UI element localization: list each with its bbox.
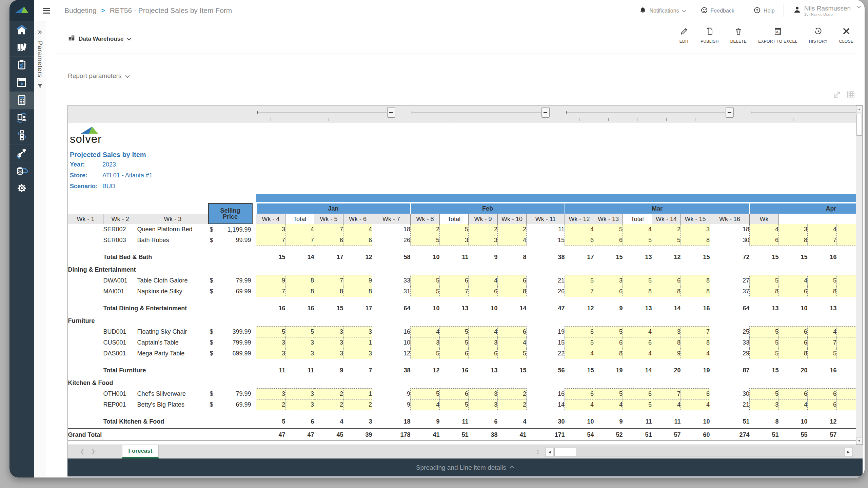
week-input-cell[interactable]: 2 [652, 224, 681, 235]
week-input-cell[interactable]: 7 [314, 224, 343, 235]
week-input-cell[interactable]: 5 [411, 286, 440, 297]
week-input-cell[interactable]: 4 [469, 275, 498, 286]
week-input-cell-partial[interactable] [837, 224, 856, 235]
help-button[interactable]: ? Help [753, 6, 775, 15]
week-input-cell[interactable]: 5 [411, 388, 440, 399]
week-input-cell[interactable]: 8 [285, 286, 314, 297]
week-input-cell[interactable]: 5 [750, 275, 779, 286]
week-input-cell[interactable]: 8 [314, 286, 343, 297]
user-menu[interactable]: Nils Rasmussen 15. Retail Demo [793, 5, 860, 16]
week-input-cell[interactable]: 5 [565, 337, 594, 348]
week-input-cell[interactable]: 6 [779, 337, 808, 348]
week-input-cell-partial[interactable] [837, 326, 856, 337]
week-input-cell[interactable]: 3 [469, 235, 498, 246]
scroll-down-button[interactable]: ▼ [856, 437, 862, 445]
week-input-cell[interactable]: 5 [256, 326, 285, 337]
week-input-cell[interactable]: 6 [808, 388, 837, 399]
week-input-cell[interactable]: 3 [681, 224, 710, 235]
collapse-group-button[interactable] [541, 107, 550, 118]
splitter-handle-icon[interactable] [537, 449, 539, 455]
week-input-cell[interactable]: 5 [750, 388, 779, 399]
notifications-menu[interactable]: Notifications [639, 6, 685, 15]
report-parameters-toggle[interactable]: Report parameters [68, 72, 129, 80]
week-input-cell[interactable]: 8 [343, 286, 372, 297]
week-input-cell[interactable]: 5 [623, 399, 652, 410]
week-input-cell[interactable]: 2 [498, 224, 527, 235]
week-input-cell[interactable]: 5 [498, 348, 527, 359]
week-input-cell[interactable]: 4 [594, 399, 623, 410]
sidebar-item-archive[interactable] [9, 39, 34, 56]
week-input-cell[interactable]: 4 [750, 224, 779, 235]
week-input-cell[interactable]: 6 [594, 337, 623, 348]
horizontal-scrollbar[interactable]: ◀ ▶ [545, 447, 853, 457]
week-input-cell[interactable]: 3 [256, 224, 285, 235]
week-input-cell-partial[interactable] [837, 235, 856, 246]
week-input-cell[interactable]: 3 [285, 348, 314, 359]
close-button[interactable]: CLOSE [833, 27, 859, 44]
week-input-cell[interactable]: 3 [469, 337, 498, 348]
collapse-group-button[interactable] [726, 107, 734, 118]
week-input-cell[interactable]: 8 [681, 235, 710, 246]
vertical-scrollbar[interactable]: ▲ ▼ [856, 105, 862, 445]
week-input-cell[interactable]: 7 [440, 286, 469, 297]
week-input-cell[interactable]: 4 [623, 348, 652, 359]
week-input-cell[interactable]: 5 [623, 275, 652, 286]
week-input-cell[interactable]: 9 [652, 348, 681, 359]
history-button[interactable]: HISTORY [803, 27, 833, 44]
week-input-cell[interactable]: 5 [594, 224, 623, 235]
week-input-cell[interactable]: 6 [652, 275, 681, 286]
week-input-cell[interactable]: 4 [808, 224, 837, 235]
week-input-cell-partial[interactable] [837, 337, 856, 348]
week-input-cell[interactable]: 4 [623, 326, 652, 337]
week-input-cell[interactable]: 6 [779, 326, 808, 337]
week-input-cell[interactable]: 8 [779, 235, 808, 246]
week-input-cell[interactable]: 3 [343, 348, 372, 359]
horizontal-scroll-thumb[interactable] [554, 448, 576, 456]
sidebar-item-administration[interactable] [9, 144, 34, 162]
week-input-cell[interactable]: 4 [411, 399, 440, 410]
week-input-cell[interactable]: 5 [750, 326, 779, 337]
week-input-cell[interactable]: 4 [498, 337, 527, 348]
popout-icon[interactable] [833, 90, 842, 100]
sidebar-item-settings[interactable] [9, 180, 34, 197]
week-input-cell[interactable]: 6 [623, 388, 652, 399]
week-input-cell[interactable]: 2 [343, 399, 372, 410]
week-input-cell[interactable]: 2 [314, 388, 343, 399]
week-input-cell[interactable]: 2 [498, 399, 527, 410]
week-input-cell[interactable]: 8 [498, 286, 527, 297]
week-input-cell[interactable]: 3 [256, 388, 285, 399]
week-input-cell[interactable]: 3 [440, 235, 469, 246]
week-input-cell[interactable]: 5 [285, 326, 314, 337]
week-input-cell-partial[interactable] [837, 286, 856, 297]
week-input-cell[interactable]: 7 [681, 326, 710, 337]
week-input-cell[interactable]: 1 [343, 388, 372, 399]
week-input-cell[interactable]: 6 [440, 388, 469, 399]
week-input-cell[interactable]: 5 [750, 337, 779, 348]
week-input-cell[interactable]: 6 [779, 388, 808, 399]
week-input-cell[interactable]: 6 [469, 348, 498, 359]
funnel-icon[interactable] [37, 83, 43, 91]
publish-button[interactable]: PUBLISH [695, 27, 724, 44]
week-input-cell[interactable]: 8 [285, 275, 314, 286]
week-input-cell[interactable]: 7 [314, 275, 343, 286]
week-input-cell[interactable]: 3 [594, 275, 623, 286]
feedback-button[interactable]: Feedback [701, 6, 734, 15]
week-input-cell[interactable]: 3 [314, 348, 343, 359]
week-input-cell[interactable]: 7 [256, 286, 285, 297]
week-input-cell[interactable]: 2 [256, 399, 285, 410]
week-input-cell[interactable]: 7 [652, 388, 681, 399]
week-input-cell[interactable]: 6 [565, 388, 594, 399]
week-input-cell[interactable]: 5 [411, 235, 440, 246]
week-input-cell[interactable]: 3 [314, 337, 343, 348]
week-input-cell[interactable]: 6 [498, 326, 527, 337]
week-input-cell[interactable]: 3 [343, 326, 372, 337]
week-input-cell-partial[interactable] [837, 348, 856, 359]
tab-next-icon[interactable]: ❯ [91, 448, 95, 454]
sidebar-item-data-warehouse[interactable] [9, 162, 34, 180]
week-input-cell-partial[interactable] [837, 388, 856, 399]
week-input-cell[interactable]: 5 [594, 388, 623, 399]
week-input-cell-partial[interactable] [837, 399, 856, 410]
sidebar-item-budgeting[interactable] [9, 92, 34, 109]
sidebar-item-reports[interactable] [9, 74, 34, 92]
week-input-cell[interactable]: 6 [681, 388, 710, 399]
